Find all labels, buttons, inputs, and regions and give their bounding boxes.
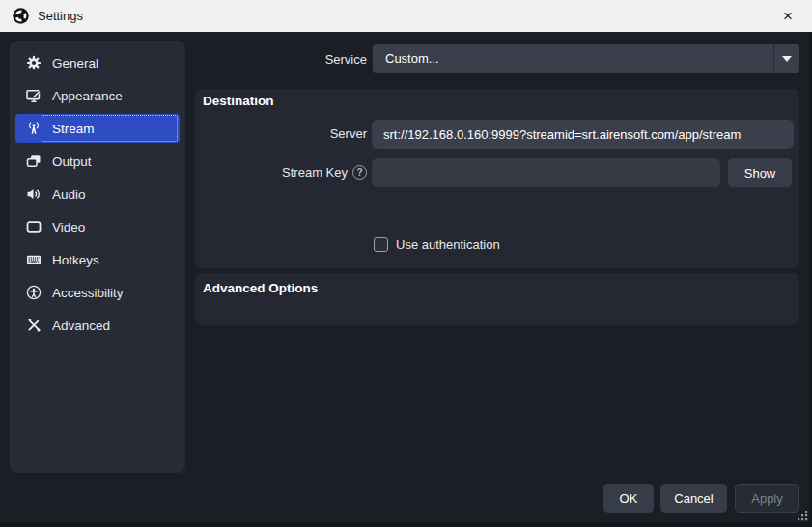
sidebar-item-label: General — [52, 56, 98, 70]
cancel-button[interactable]: Cancel — [660, 484, 727, 513]
service-label: Service — [195, 52, 367, 67]
window-bottom-border — [0, 522, 812, 527]
use-authentication-checkbox[interactable] — [374, 237, 388, 252]
settings-window: Settings × General A — [0, 0, 812, 527]
keyboard-icon — [26, 252, 42, 267]
server-input[interactable] — [372, 120, 794, 149]
output-displays-icon — [26, 153, 42, 169]
stream-key-label-row: Stream Key ? — [195, 165, 367, 180]
sidebar-item-label: Audio — [52, 187, 86, 202]
advanced-options-section: Advanced Options — [195, 273, 799, 325]
accessibility-icon — [26, 285, 42, 300]
service-select[interactable]: Custom... — [373, 44, 799, 73]
monitor-edit-icon — [26, 88, 42, 103]
sidebar-item-stream[interactable]: Stream — [15, 114, 180, 143]
apply-button[interactable]: Apply — [735, 484, 799, 513]
sidebar-item-audio[interactable]: Audio — [15, 180, 180, 208]
destination-header: Destination — [203, 94, 274, 108]
help-icon[interactable]: ? — [352, 165, 367, 180]
service-dropdown-arrow-zone[interactable] — [773, 44, 799, 73]
sidebar-item-label: Output — [52, 154, 92, 169]
sidebar-item-hotkeys[interactable]: Hotkeys — [15, 245, 180, 274]
chevron-down-icon — [782, 56, 792, 62]
sidebar-item-label: Video — [52, 220, 85, 235]
sidebar-item-advanced[interactable]: Advanced — [15, 311, 180, 340]
sidebar-item-label: Advanced — [52, 319, 110, 333]
sidebar-item-label: Stream — [52, 122, 95, 136]
advanced-options-header: Advanced Options — [203, 281, 318, 295]
gear-icon — [26, 55, 42, 70]
sidebar-item-video[interactable]: Video — [15, 212, 180, 241]
use-authentication-label[interactable]: Use authentication — [396, 237, 500, 252]
stream-key-input[interactable] — [372, 158, 720, 187]
ok-button[interactable]: OK — [603, 484, 654, 513]
sidebar-item-label: Accessibility — [52, 286, 124, 300]
sidebar-item-label: Hotkeys — [52, 253, 99, 267]
display-icon — [26, 219, 42, 235]
show-stream-key-button[interactable]: Show — [728, 158, 792, 187]
window-title: Settings — [38, 9, 83, 23]
broadcast-icon — [26, 121, 42, 136]
titlebar: Settings × — [0, 0, 812, 32]
sidebar-item-general[interactable]: General — [15, 48, 180, 77]
settings-sidebar: General Appearance Stream — [10, 41, 185, 473]
server-label: Server — [195, 126, 367, 141]
sidebar-item-appearance[interactable]: Appearance — [15, 81, 180, 110]
tools-icon — [26, 318, 42, 333]
speaker-icon — [26, 186, 42, 202]
sidebar-item-output[interactable]: Output — [15, 147, 180, 176]
resize-grip[interactable] — [798, 511, 808, 521]
stream-key-label: Stream Key — [282, 165, 348, 180]
destination-section: Destination Server Stream Key ? Show Use… — [195, 89, 799, 268]
sidebar-item-label: Appearance — [52, 89, 123, 103]
obs-logo-icon — [13, 8, 29, 24]
close-button[interactable]: × — [771, 0, 804, 32]
sidebar-item-accessibility[interactable]: Accessibility — [15, 278, 180, 307]
service-selected-value: Custom... — [385, 51, 439, 66]
